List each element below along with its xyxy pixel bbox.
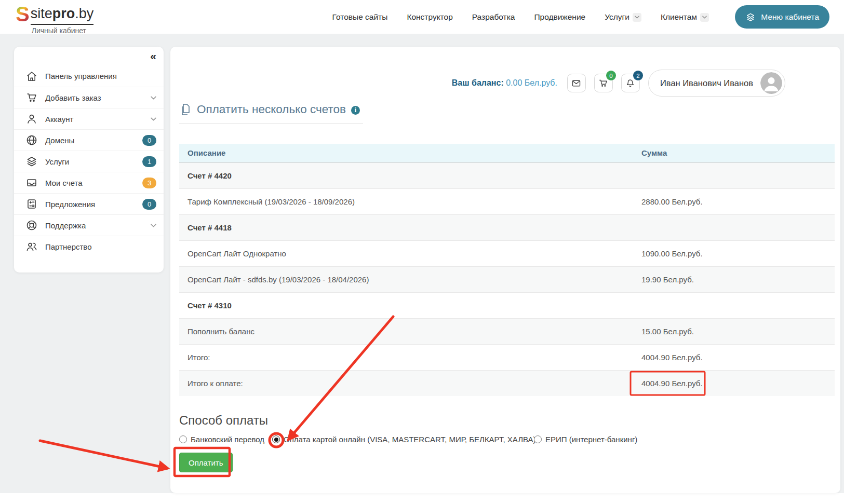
chevron-down-icon (151, 224, 156, 227)
table-row: Счет # 4310 (179, 292, 835, 318)
table-row: Счет # 4418 (179, 214, 835, 240)
column-header-description: Описание (179, 144, 633, 162)
site-header: S sitepro.by Личный кабинет Готовые сайт… (0, 0, 844, 34)
cell-amount (633, 292, 835, 318)
main-content: Ваш баланс: 0.00 Бел.руб. 0 2 Иван Ивано… (170, 47, 840, 493)
logo-s-icon: S (16, 4, 30, 24)
sidebar-item[interactable]: Поддержка (14, 214, 164, 236)
nav-item[interactable]: Услуги (605, 12, 641, 22)
balance-value: 0.00 Бел.руб. (506, 78, 557, 87)
column-header-amount: Сумма (633, 144, 835, 162)
cell-description: Счет # 4418 (179, 214, 633, 240)
sidebar-item[interactable]: Домены0 (14, 129, 164, 151)
layers-icon (745, 12, 756, 22)
cell-description: Пополнить баланс (179, 318, 633, 344)
info-icon[interactable]: i (351, 106, 360, 115)
table-row: Итого к оплате:4004.90 Бел.руб. (179, 370, 835, 396)
sidebar-item[interactable]: Мои счета3 (14, 172, 164, 193)
table-row: Пополнить баланс15.00 Бел.руб. (179, 318, 835, 344)
cell-description: Счет # 4420 (179, 162, 633, 188)
table-row: Тариф Комплексный (19/03/2026 - 18/09/20… (179, 188, 835, 214)
invoices-table: Описание Сумма Счет # 4420Тариф Комплекс… (179, 144, 835, 396)
table-header-row: Описание Сумма (179, 144, 835, 162)
cell-amount: 4004.90 Бел.руб. (633, 370, 835, 396)
table-row: OpenCart Лайт - sdfds.by (19/03/2026 - 1… (179, 266, 835, 292)
user-name: Иван Иванович Иванов (660, 78, 753, 88)
table-row: Счет # 4420 (179, 162, 835, 188)
user-menu[interactable]: Иван Иванович Иванов (648, 70, 785, 97)
home-icon (25, 70, 38, 83)
radio-icon[interactable] (272, 435, 280, 443)
chevron-down-icon (151, 96, 156, 100)
avatar (760, 72, 782, 94)
topbar: Ваш баланс: 0.00 Бел.руб. 0 2 Иван Ивано… (452, 70, 785, 97)
messages-button[interactable] (567, 74, 586, 92)
balance-label: Ваш баланс: (452, 78, 504, 87)
calculator-icon (25, 198, 38, 210)
inbox-icon (25, 176, 38, 189)
nav-item[interactable]: Клиентам (661, 12, 709, 22)
cart-button[interactable]: 0 (594, 74, 613, 92)
count-badge: 0 (142, 135, 156, 146)
chevron-down-icon (151, 117, 156, 121)
nav-item[interactable]: Продвижение (534, 12, 585, 22)
sidebar: « Панель управленияДобавить заказАккаунт… (14, 47, 164, 273)
sidebar-item[interactable]: Предложения0 (14, 193, 164, 214)
cart-count-badge: 0 (606, 71, 616, 80)
sidebar-item[interactable]: Аккаунт (14, 108, 164, 129)
table-row: Итого:4004.90 Бел.руб. (179, 344, 835, 370)
sidebar-item[interactable]: Панель управления (14, 65, 164, 87)
cart-icon (25, 91, 38, 104)
chevron-down-icon[interactable] (633, 13, 641, 22)
logo[interactable]: S sitepro.by Личный кабинет (16, 4, 93, 35)
lifebuoy-icon (25, 219, 38, 231)
nav-item[interactable]: Конструктор (407, 12, 452, 22)
page-title: Оплатить несколько счетов (197, 103, 346, 116)
payment-methods: Банковский переводОплата картой онлайн (… (179, 435, 835, 446)
partners-icon (25, 240, 38, 253)
balance: Ваш баланс: 0.00 Бел.руб. (452, 78, 557, 88)
cell-amount: 19.90 Бел.руб. (633, 266, 835, 292)
cell-amount (633, 162, 835, 188)
cell-amount (633, 214, 835, 240)
pay-button[interactable]: Оплатить (179, 453, 233, 472)
cell-description: Тариф Комплексный (19/03/2026 - 18/09/20… (179, 188, 633, 214)
sidebar-item[interactable]: Услуги1 (14, 151, 164, 172)
cell-description: Итого: (179, 344, 633, 370)
radio-icon[interactable] (179, 435, 187, 443)
cell-description: Итого к оплате: (179, 370, 633, 396)
cell-description: OpenCart Лайт Однократно (179, 240, 633, 266)
notifications-button[interactable]: 2 (621, 74, 640, 92)
payment-method-radio[interactable]: Банковский перевод (179, 435, 264, 444)
envelope-icon (571, 78, 582, 89)
radio-icon[interactable] (534, 435, 542, 443)
cell-amount: 2880.00 Бел.руб. (633, 188, 835, 214)
nav-item[interactable]: Разработка (472, 12, 515, 22)
cell-amount: 4004.90 Бел.руб. (633, 344, 835, 370)
collapse-sidebar-button[interactable]: « (150, 51, 156, 61)
user-icon (25, 113, 38, 125)
logo-subtitle: Личный кабинет (32, 26, 94, 35)
cell-description: Счет # 4310 (179, 292, 633, 318)
page-title-block: Оплатить несколько счетов i (179, 103, 363, 124)
sidebar-item[interactable]: Партнерство (14, 236, 164, 257)
payment-method-heading: Способ оплаты (179, 413, 268, 428)
payment-method-radio[interactable]: Оплата картой онлайн (VISA, MASTERCART, … (272, 435, 535, 444)
cell-amount: 1090.00 Бел.руб. (633, 240, 835, 266)
sidebar-menu: Панель управленияДобавить заказАккаунтДо… (14, 65, 164, 257)
nav-item[interactable]: Готовые сайты (332, 12, 388, 22)
globe-icon (25, 134, 38, 146)
notification-count-badge: 2 (633, 71, 643, 80)
count-badge: 0 (142, 199, 156, 210)
brand-name: sitepro.by (31, 6, 94, 25)
table-row: OpenCart Лайт Однократно1090.00 Бел.руб. (179, 240, 835, 266)
payment-method-radio[interactable]: ЕРИП (интернет-банкинг) (534, 435, 637, 444)
count-badge: 3 (142, 178, 156, 188)
layers-icon (25, 155, 38, 168)
main-nav: Готовые сайтыКонструкторРазработкаПродви… (332, 0, 709, 34)
cabinet-menu-button[interactable]: Меню кабинета (735, 5, 829, 29)
sidebar-item[interactable]: Добавить заказ (14, 87, 164, 108)
count-badge: 1 (142, 156, 156, 167)
documents-icon (179, 103, 192, 116)
chevron-down-icon[interactable] (700, 13, 709, 22)
